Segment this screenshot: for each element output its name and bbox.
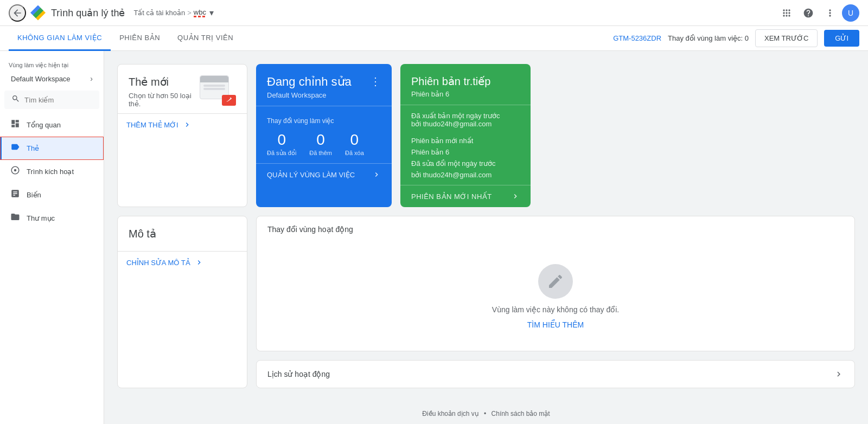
sidebar-item-overview[interactable]: Tổng quan bbox=[0, 113, 104, 137]
edit-description-action[interactable]: CHỈNH SỬA MÔ TẢ bbox=[118, 251, 247, 273]
history-chevron-icon bbox=[834, 369, 844, 379]
empty-state-icon bbox=[538, 264, 573, 299]
card-version-header: Phiên bản tr.tiếp Phiên bản 6 bbox=[400, 64, 531, 105]
card-editing-title: Đang chỉnh sửa bbox=[267, 75, 352, 89]
card-new-tag-desc: Chọn từ hơn 50 loại thẻ. bbox=[129, 88, 200, 108]
stat-deleted: 0 Đã xóa bbox=[345, 131, 364, 157]
card-editing-change-label: Thay đổi vùng làm việc bbox=[267, 117, 381, 125]
editing-menu-icon[interactable]: ⋮ bbox=[370, 75, 381, 88]
card-version-pub-email: bởi thudo24h@gmail.com bbox=[411, 120, 520, 128]
search-input[interactable] bbox=[24, 96, 92, 104]
activity-empty-text: Vùng làm việc này không có thay đổi. bbox=[492, 305, 619, 314]
card-version-latest-info: Phiên bản 6 Đã sửa đổi một ngày trước bở… bbox=[400, 147, 531, 185]
sidebar-nav: Tổng quan Thẻ Trình kích hoạt Biến bbox=[0, 113, 104, 230]
cards-row-bottom: Mô tả CHỈNH SỬA MÔ TẢ Thay đổi vùng hoạt… bbox=[117, 216, 855, 388]
card-new-tag: Thẻ mới Chọn từ hơn 50 loại thẻ. bbox=[117, 64, 247, 207]
card-version: Phiên bản tr.tiếp Phiên bản 6 Đã xuất bả… bbox=[400, 64, 531, 207]
card-desc-body: Mô tả bbox=[118, 216, 247, 251]
card-editing-workspace: Default Workspace bbox=[267, 89, 352, 99]
card-desc-title: Mô tả bbox=[129, 227, 236, 240]
tags-icon bbox=[10, 142, 20, 155]
breadcrumb-wbc-text: wbc bbox=[194, 8, 206, 16]
card-version-sub: Phiên bản 6 bbox=[411, 90, 520, 98]
breadcrumb-current: wbc bbox=[194, 8, 206, 17]
card-version-title: Phiên bản tr.tiếp bbox=[411, 75, 520, 88]
workspace-change-count: Thay đổi vùng làm việc: 0 bbox=[668, 34, 749, 42]
footer: Điều khoản dịch vụ • Chính sách bảo mật bbox=[117, 397, 855, 424]
privacy-link[interactable]: Chính sách bảo mật bbox=[492, 410, 550, 417]
apps-icon-button[interactable] bbox=[777, 3, 796, 23]
card-new-tag-header: Thẻ mới Chọn từ hơn 50 loại thẻ. bbox=[118, 65, 247, 113]
footer-dot: • bbox=[484, 410, 486, 417]
breadcrumb-separator: > bbox=[187, 9, 192, 17]
card-version-pub-text: Đã xuất bản một ngày trước bbox=[411, 112, 520, 120]
main-content: Thẻ mới Chọn từ hơn 50 loại thẻ. bbox=[104, 51, 868, 424]
stat-added: 0 Đã thêm bbox=[309, 131, 332, 157]
more-icon-button[interactable] bbox=[820, 3, 840, 23]
back-button[interactable] bbox=[9, 4, 26, 22]
sidebar-item-folders[interactable]: Thư mục bbox=[0, 207, 104, 230]
learn-more-link[interactable]: TÌM HIỂU THÊM bbox=[527, 320, 584, 329]
card-description: Mô tả CHỈNH SỬA MÔ TẢ bbox=[117, 216, 247, 388]
sidebar-item-tags[interactable]: Thẻ bbox=[0, 137, 104, 160]
app-title: Trình quản lý thẻ bbox=[51, 7, 125, 19]
stat-modified: 0 Đã sửa đổi bbox=[267, 131, 296, 157]
tab-admin[interactable]: QUẢN TRỊ VIÊN bbox=[169, 26, 242, 51]
nav-tabs: KHÔNG GIAN LÀM VIỆC PHIÊN BẢN QUẢN TRỊ V… bbox=[0, 26, 868, 51]
card-editing-bottom: Thay đổi vùng làm việc 0 Đã sửa đổi 0 Đã… bbox=[256, 113, 392, 157]
gtm-id: GTM-5236ZDR bbox=[613, 34, 661, 42]
triggers-icon bbox=[10, 165, 20, 178]
topbar: Trình quản lý thẻ Tất cả tài khoản > wbc… bbox=[0, 0, 868, 26]
main-layout: Vùng làm việc hiện tại Default Workspace… bbox=[0, 51, 868, 424]
card-version-published: Đã xuất bản một ngày trước bởi thudo24h@… bbox=[400, 105, 531, 130]
activity-section-header: Thay đổi vùng hoạt động bbox=[257, 216, 854, 242]
latest-version-action[interactable]: PHIÊN BẢN MỚI NHẤT bbox=[400, 185, 531, 207]
tab-workspace[interactable]: KHÔNG GIAN LÀM VIỆC bbox=[9, 26, 111, 51]
history-section[interactable]: Lịch sử hoạt động bbox=[256, 360, 855, 388]
cards-row-top: Thẻ mới Chọn từ hơn 50 loại thẻ. bbox=[117, 64, 855, 207]
sidebar-workspace-label: Vùng làm việc hiện tại bbox=[0, 60, 104, 71]
right-sections: Thay đổi vùng hoạt động Vùng làm việc nà… bbox=[256, 216, 855, 388]
card-new-tag-title: Thẻ mới bbox=[129, 75, 200, 88]
activity-section-empty: Vùng làm việc này không có thay đổi. TÌM… bbox=[257, 242, 854, 351]
overview-icon bbox=[10, 119, 20, 131]
sidebar-search-box[interactable] bbox=[4, 91, 99, 109]
preview-button[interactable]: XEM TRƯỚC bbox=[755, 29, 818, 47]
sidebar-item-triggers[interactable]: Trình kích hoạt bbox=[0, 160, 104, 183]
tag-illustration bbox=[200, 75, 236, 106]
history-title: Lịch sử hoạt động bbox=[267, 370, 330, 378]
card-editing-header: Đang chỉnh sửa Default Workspace ⋮ bbox=[256, 64, 392, 106]
avatar[interactable]: U bbox=[842, 4, 859, 22]
sidebar: Vùng làm việc hiện tại Default Workspace… bbox=[0, 51, 104, 424]
submit-button[interactable]: GỬI bbox=[824, 30, 859, 47]
folders-icon bbox=[10, 212, 20, 224]
variables-icon bbox=[10, 189, 20, 201]
help-icon-button[interactable] bbox=[799, 3, 818, 23]
sidebar-item-variables[interactable]: Biến bbox=[0, 183, 104, 207]
card-editing-stats: 0 Đã sửa đổi 0 Đã thêm 0 Đã xóa bbox=[267, 131, 381, 157]
svg-point-0 bbox=[14, 169, 17, 172]
logo: Trình quản lý thẻ bbox=[30, 5, 125, 21]
nav-tabs-right: GTM-5236ZDR Thay đổi vùng làm việc: 0 XE… bbox=[613, 29, 859, 47]
sidebar-workspace-chevron: › bbox=[90, 74, 93, 83]
logo-icon bbox=[30, 5, 46, 21]
add-new-tag-action[interactable]: THÊM THẺ MỚI bbox=[118, 113, 247, 136]
breadcrumb-all-accounts[interactable]: Tất cả tài khoản bbox=[133, 9, 185, 17]
breadcrumb-dropdown-button[interactable]: ▾ bbox=[208, 8, 215, 18]
breadcrumb: Tất cả tài khoản > wbc ▾ bbox=[133, 8, 215, 18]
topbar-icons: U bbox=[777, 3, 859, 23]
manage-workspace-action[interactable]: QUẢN LÝ VÙNG LÀM VIỆC bbox=[256, 163, 392, 185]
activity-change-section: Thay đổi vùng hoạt động Vùng làm việc nà… bbox=[256, 216, 855, 351]
tab-versions[interactable]: PHIÊN BẢN bbox=[111, 26, 169, 51]
search-icon bbox=[11, 94, 20, 105]
terms-link[interactable]: Điều khoản dịch vụ bbox=[422, 410, 478, 417]
card-editing: Đang chỉnh sửa Default Workspace ⋮ Thay … bbox=[256, 64, 392, 207]
sidebar-workspace-item[interactable]: Default Workspace › bbox=[4, 71, 99, 86]
card-version-latest-label: Phiên bản mới nhất bbox=[400, 130, 531, 147]
